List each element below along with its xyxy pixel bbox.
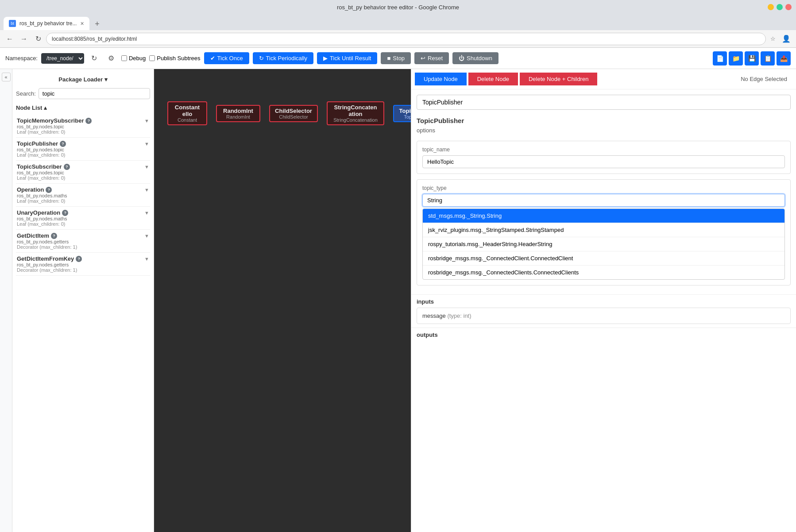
dropdown-item-3[interactable]: rosbridge_msgs.msg._ConnectedClient.Conn… [423,251,784,266]
node-item-header-5[interactable]: GetDictItem ? ▼ [17,232,149,239]
stop-button[interactable]: ■ Stop [381,52,411,64]
node-module-4: ros_bt_py.nodes.maths [17,216,149,221]
node-item-header-4[interactable]: UnaryOperation ? ▼ [17,209,149,216]
node-item-header-3[interactable]: Operation ? ▼ [17,186,149,193]
tick-periodically-button[interactable]: ↻ Tick Periodically [253,52,313,64]
chevron-icon-5: ▼ [144,233,149,239]
debug-label: Debug [129,55,146,62]
package-loader-header[interactable]: Package Loader ▾ [16,73,150,86]
active-tab[interactable]: bt ros_bt_py behavior tre... × [4,17,89,30]
new-file-icon[interactable]: 📄 [713,51,727,66]
canvas-nodes: Constantello Constant RandomInt RandomIn… [154,69,411,158]
node-module-6: ros_bt_py.nodes.getters [17,262,149,267]
node-item-header-1[interactable]: TopicPublisher ? ▼ [17,140,149,147]
node-meta-5: Decorator (max_children: 1) [17,244,149,250]
canvas-area[interactable]: Constantello Constant RandomInt RandomIn… [154,69,411,532]
topic-name-input[interactable] [422,155,785,168]
canvas-node-title-1: RandomInt [220,108,256,114]
bookmark-button[interactable]: ☆ [768,34,778,44]
help-icon-6[interactable]: ? [76,256,82,262]
delete-node-button[interactable]: Delete Node [468,73,518,85]
tab-close-button[interactable]: × [80,20,84,27]
node-meta-2: Leaf (max_children: 0) [17,175,149,181]
minimize-button[interactable] [768,4,774,10]
app-toolbar: Namespace: /tree_node/ ↻ ⚙ Debug Publish… [0,48,796,69]
reset-label: Reset [428,55,443,62]
profile-icon[interactable]: 👤 [780,33,792,45]
dropdown-item-1[interactable]: jsk_rviz_plugins.msg._StringStamped.Stri… [423,223,784,237]
node-module-1: ros_bt_py.nodes.topic [17,147,149,152]
open-folder-icon[interactable]: 📁 [729,51,743,66]
help-icon-0[interactable]: ? [85,118,92,124]
shutdown-button[interactable]: ⏻ Shutdown [452,52,498,64]
outputs-section: outputs [411,328,796,342]
settings-button[interactable]: ⚙ [104,52,118,65]
list-item: GetDictItemFromKey ? ▼ ros_bt_py.nodes.g… [16,253,150,276]
list-item: UnaryOperation ? ▼ ros_bt_py.nodes.maths… [16,207,150,230]
canvas-node-type-2: ChildSelector [274,114,313,120]
node-meta-6: Decorator (max_children: 1) [17,267,149,273]
options-section: topic_name topic_type std_msgs.msg._Stri… [411,137,796,294]
node-module-5: ros_bt_py.nodes.getters [17,239,149,244]
canvas-node-randomint[interactable]: RandomInt RandomInt [216,105,260,122]
browser-toolbar: ← → ↻ localhost:8085/ros_bt_py/editor.ht… [0,30,796,48]
canvas-node-childselector[interactable]: ChildSelector ChildSelector [269,105,318,122]
back-button[interactable]: ← [4,33,16,45]
chevron-icon-6: ▼ [144,256,149,262]
canvas-node-topicpublisher[interactable]: TopicPublisher TopicPublisher [393,105,411,122]
option-card-topic-name: topic_name [417,141,791,174]
sidebar-toggle-button[interactable]: « [2,73,11,81]
shutdown-icon: ⏻ [459,55,464,62]
tab-label: ros_bt_py behavior tre... [19,20,77,27]
sidebar-inner: Package Loader ▾ Search: Node List ▴ Top… [12,69,154,532]
node-item-header-0[interactable]: TopicMemorySubscriber ? ▼ [17,117,149,124]
canvas-node-stringconcat[interactable]: StringConcatenation StringConcatenation [327,101,384,125]
refresh-button[interactable]: ↻ [32,33,44,45]
help-icon-2[interactable]: ? [64,164,70,170]
save-icon[interactable]: 💾 [745,51,759,66]
save-as-icon[interactable]: 📋 [761,51,775,66]
namespace-select[interactable]: /tree_node/ [41,53,84,64]
canvas-node-type-1: RandomInt [220,114,256,120]
node-list-label: Node List ▴ [16,104,47,111]
node-name-3: Operation ? [17,186,52,193]
delete-node-children-button[interactable]: Delete Node + Children [520,73,598,85]
url-bar[interactable]: localhost:8085/ros_bt_py/editor.html [46,33,766,45]
node-module-0: ros_bt_py.nodes.topic [17,124,149,129]
node-name-1: TopicPublisher ? [17,140,66,147]
node-name-input[interactable] [417,95,791,110]
help-icon-5[interactable]: ? [51,233,57,239]
publish-subtrees-checkbox[interactable] [149,55,155,61]
help-icon-1[interactable]: ? [60,141,66,147]
tick-once-button[interactable]: ✔ Tick Once [204,52,249,64]
search-input[interactable] [39,88,150,99]
edge-status: No Edge Selected [735,76,792,82]
tick-once-icon: ✔ [210,55,215,62]
help-icon-3[interactable]: ? [46,187,52,193]
maximize-button[interactable] [777,4,783,10]
reset-button[interactable]: ↩ Reset [414,52,449,64]
topic-type-input[interactable] [422,194,785,207]
update-node-button[interactable]: Update Node [415,73,467,85]
debug-checkbox[interactable] [121,55,127,61]
titlebar: ros_bt_py behavior tree editor - Google … [0,0,796,14]
export-icon[interactable]: 📤 [777,51,791,66]
tick-until-result-button[interactable]: ▶ Tick Until Result [317,52,377,64]
canvas-node-type-3: StringConcatenation [331,117,380,123]
node-name-6: GetDictItemFromKey ? [17,255,82,262]
forward-button[interactable]: → [18,33,30,45]
refresh-tree-button[interactable]: ↻ [88,52,101,65]
publish-subtrees-checkbox-group: Publish Subtrees [149,55,200,62]
node-item-header-6[interactable]: GetDictItemFromKey ? ▼ [17,255,149,262]
close-button[interactable] [785,4,792,10]
help-icon-4[interactable]: ? [62,210,68,216]
stop-label: Stop [393,55,405,62]
dropdown-item-2[interactable]: rospy_tutorials.msg._HeaderString.Header… [423,237,784,251]
dropdown-item-4[interactable]: rosbridge_msgs.msg._ConnectedClients.Con… [423,266,784,279]
list-item: TopicPublisher ? ▼ ros_bt_py.nodes.topic… [16,138,150,161]
canvas-node-constant[interactable]: Constantello Constant [167,101,207,125]
node-meta-0: Leaf (max_children: 0) [17,129,149,135]
new-tab-button[interactable]: + [91,18,104,30]
dropdown-item-0[interactable]: std_msgs.msg._String.String [423,209,784,223]
node-item-header-2[interactable]: TopicSubscriber ? ▼ [17,163,149,170]
